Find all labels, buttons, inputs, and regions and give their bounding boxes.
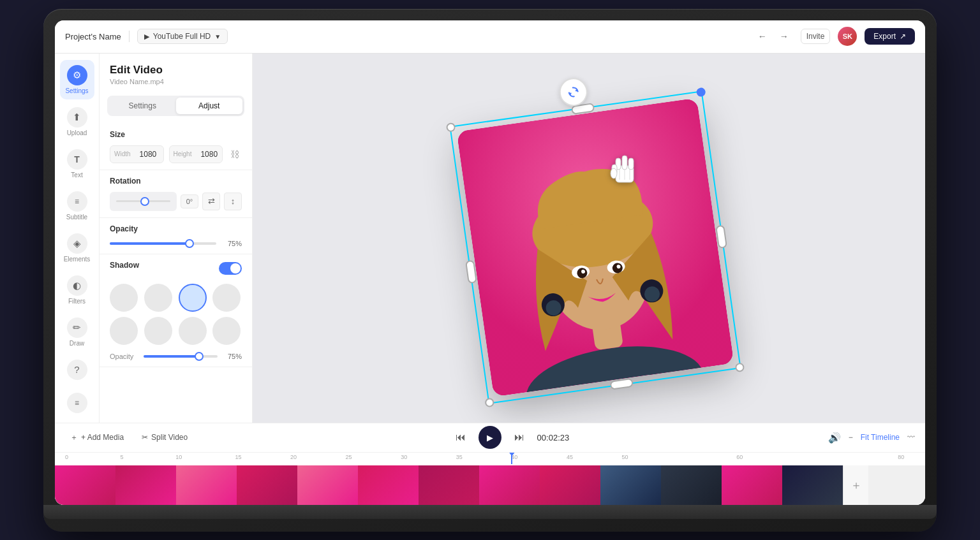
handle-bottom-left[interactable] (484, 398, 494, 408)
shadow-circle-2[interactable] (144, 284, 172, 312)
marker-35: 35 (456, 454, 463, 460)
rewind-button[interactable]: ⏮ (452, 428, 470, 446)
sidebar-item-text[interactable]: T Text (60, 144, 94, 184)
play-button[interactable]: ▶ (479, 426, 501, 449)
play-icon: ▶ (487, 433, 493, 442)
video-frame (457, 98, 734, 397)
format-selector[interactable]: ▶ YouTube Full HD ▼ (137, 29, 228, 44)
redo-button[interactable]: → (775, 27, 793, 45)
strip-frame-8[interactable] (479, 465, 540, 505)
strip-frame-3[interactable] (176, 465, 237, 505)
shadow-circle-4[interactable] (212, 284, 241, 312)
undo-button[interactable]: ← (754, 27, 771, 45)
strip-frame-4[interactable] (237, 465, 297, 505)
marker-60: 60 (736, 454, 743, 460)
time-display: 00:02:23 (537, 433, 570, 442)
panel-header: Edit Video Video Name.mp4 (100, 54, 252, 88)
toolbar-center: ⏮ ▶ ⏭ 00:02:23 (203, 426, 817, 449)
bottom-bar: ＋ + Add Media ✂ Split Video ⏮ ▶ ⏭ (55, 423, 925, 505)
sidebar-item-upload[interactable]: ⬆ Upload (60, 102, 94, 142)
sidebar-icons: ⚙ Settings ⬆ Upload T Text ≡ Subtitle (55, 54, 100, 423)
tab-switcher: Settings Adjust (107, 96, 244, 116)
sidebar-item-draw[interactable]: ✏ Draw (60, 312, 94, 352)
laptop-screen: Project's Name ▶ YouTube Full HD ▼ ← → I… (55, 20, 925, 505)
shadow-section: Shadow (100, 254, 252, 367)
settings-label: Settings (65, 87, 88, 94)
caption-icon: ≡ (67, 393, 87, 413)
shadow-circle-6[interactable] (144, 317, 172, 345)
subtitle-label: Subtitle (66, 214, 87, 221)
tab-settings[interactable]: Settings (109, 98, 176, 114)
opacity-section: Opacity 75% (100, 218, 252, 254)
handle-top-right[interactable] (696, 87, 706, 98)
shadow-opacity-thumb[interactable] (195, 352, 204, 361)
sidebar-item-caption[interactable]: ≡ (60, 388, 94, 418)
strip-frame-10[interactable] (600, 465, 661, 505)
invite-button[interactable]: Invite (801, 29, 831, 44)
sidebar-item-filters[interactable]: ◐ Filters (60, 270, 94, 310)
handle-top-left[interactable] (446, 122, 456, 133)
opacity-slider[interactable] (110, 242, 216, 245)
split-video-button[interactable]: ✂ Split Video (137, 430, 193, 446)
playhead[interactable] (511, 454, 512, 464)
settings-icon: ⚙ (67, 65, 87, 85)
handle-bottom-right[interactable] (735, 362, 745, 372)
strip-frame-6[interactable] (358, 465, 419, 505)
strip-frame-13[interactable] (782, 465, 843, 505)
rotate-icon (565, 84, 581, 100)
opacity-thumb[interactable] (185, 239, 194, 248)
subtitle-icon: ≡ (67, 191, 87, 212)
strip-frame-7[interactable] (419, 465, 479, 505)
wave-icon[interactable]: 〰 (907, 433, 915, 442)
shadow-toggle[interactable] (219, 262, 242, 275)
shadow-circle-5[interactable] (110, 317, 138, 345)
opacity-row: 75% (110, 240, 242, 247)
main-content: ⚙ Settings ⬆ Upload T Text ≡ Subtitle (55, 54, 925, 423)
text-label: Text (71, 171, 82, 179)
strip-frame-2[interactable] (115, 465, 176, 505)
size-title: Size (110, 130, 242, 139)
shadow-circle-1[interactable] (110, 284, 138, 312)
strip-frame-11[interactable] (661, 465, 722, 505)
flip-v-button[interactable]: ↕ (224, 193, 242, 210)
canvas-content (253, 54, 925, 423)
add-media-button[interactable]: ＋ + Add Media (65, 430, 129, 446)
strip-frame-12[interactable] (722, 465, 782, 505)
volume-icon[interactable]: 🔊 (828, 432, 841, 444)
flip-button[interactable]: ⇄ (202, 193, 220, 210)
toolbar-left: ＋ + Add Media ✂ Split Video (65, 430, 193, 446)
rotation-slider[interactable] (110, 192, 177, 211)
sidebar-item-elements[interactable]: ◈ Elements (60, 228, 94, 268)
topbar-right: ← → Invite SK Export ↗ (754, 27, 915, 46)
sidebar-item-subtitle[interactable]: ≡ Subtitle (60, 186, 94, 226)
help-icon: ? (67, 360, 87, 380)
fit-timeline-label[interactable]: Fit Timeline (861, 433, 900, 442)
tab-adjust[interactable]: Adjust (176, 98, 243, 114)
strip-frame-1[interactable] (55, 465, 115, 505)
filters-label: Filters (68, 298, 85, 305)
shadow-header: Shadow (110, 261, 242, 276)
shadow-circle-8[interactable] (212, 317, 241, 345)
shadow-circles (110, 284, 242, 345)
add-strip-button[interactable]: ＋ (843, 465, 868, 505)
rotation-value: 0° (181, 194, 198, 208)
shadow-circle-3[interactable] (179, 284, 207, 312)
rotation-thumb[interactable] (140, 197, 149, 206)
opacity-fill (110, 242, 189, 245)
shadow-circle-7[interactable] (179, 317, 207, 345)
panel-title: Edit Video (110, 64, 242, 77)
marker-15: 15 (235, 454, 241, 460)
export-button[interactable]: Export ↗ (865, 28, 915, 45)
text-icon: T (67, 149, 87, 170)
marker-80: 80 (898, 454, 904, 460)
forward-button[interactable]: ⏭ (510, 428, 528, 446)
strip-frame-9[interactable] (540, 465, 600, 505)
shadow-opacity-slider[interactable] (144, 355, 218, 358)
strip-frame-5[interactable] (297, 465, 358, 505)
height-input[interactable] (195, 146, 223, 163)
sidebar-item-settings[interactable]: ⚙ Settings (60, 60, 94, 99)
sidebar-item-help[interactable]: ? (60, 354, 94, 385)
width-input[interactable] (135, 146, 164, 163)
rotate-handle[interactable] (558, 77, 590, 108)
height-label: Height (170, 150, 196, 157)
